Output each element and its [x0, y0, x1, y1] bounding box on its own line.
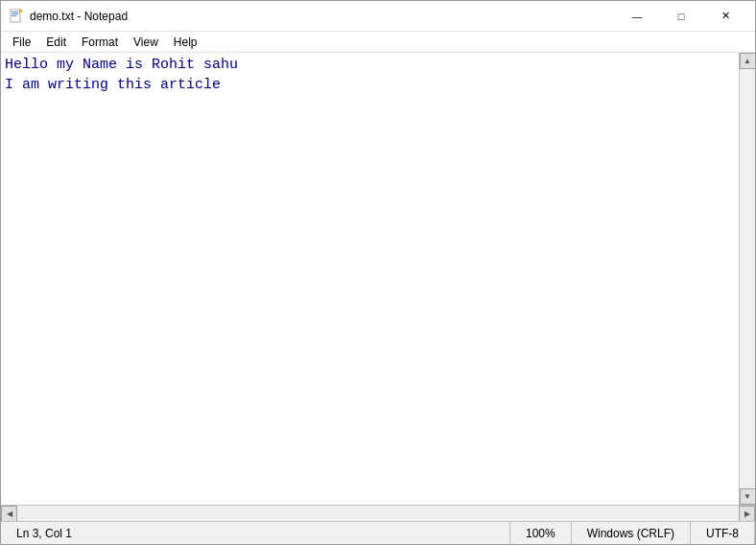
window-title: demo.txt - Notepad [30, 10, 128, 23]
status-zoom: 100% [510, 522, 572, 544]
title-bar-left: demo.txt - Notepad [9, 9, 128, 24]
menu-file[interactable]: File [5, 32, 38, 53]
menu-view[interactable]: View [126, 32, 166, 53]
scroll-track-horizontal[interactable] [17, 506, 739, 521]
status-line-ending: Windows (CRLF) [572, 522, 691, 544]
menu-help[interactable]: Help [166, 32, 205, 53]
menu-bar: File Edit Format View Help [1, 32, 755, 53]
scroll-down-button[interactable]: ▼ [740, 488, 756, 505]
svg-rect-2 [12, 13, 18, 14]
text-editor[interactable] [1, 53, 739, 505]
notepad-window: demo.txt - Notepad — □ ✕ File Edit Forma… [0, 0, 756, 545]
close-button[interactable]: ✕ [703, 1, 747, 32]
svg-rect-3 [12, 15, 16, 16]
svg-rect-1 [12, 12, 18, 12]
editor-area: ▲ ▼ [1, 53, 755, 505]
title-bar-controls: — □ ✕ [615, 1, 747, 32]
scroll-up-button[interactable]: ▲ [740, 53, 756, 69]
status-position: Ln 3, Col 1 [1, 522, 510, 544]
minimize-button[interactable]: — [615, 1, 659, 32]
scroll-left-button[interactable]: ◀ [1, 506, 17, 522]
notepad-icon [9, 9, 24, 24]
scroll-track-vertical[interactable] [740, 69, 755, 488]
horizontal-scrollbar[interactable]: ◀ ▶ [1, 505, 755, 521]
maximize-button[interactable]: □ [659, 1, 703, 32]
title-bar: demo.txt - Notepad — □ ✕ [1, 1, 755, 32]
status-bar: Ln 3, Col 1 100% Windows (CRLF) UTF-8 [1, 521, 755, 544]
svg-rect-4 [19, 10, 22, 12]
scroll-right-button[interactable]: ▶ [739, 506, 755, 522]
menu-edit[interactable]: Edit [38, 32, 74, 53]
menu-format[interactable]: Format [74, 32, 126, 53]
vertical-scrollbar[interactable]: ▲ ▼ [739, 53, 755, 505]
status-encoding: UTF-8 [691, 522, 755, 544]
